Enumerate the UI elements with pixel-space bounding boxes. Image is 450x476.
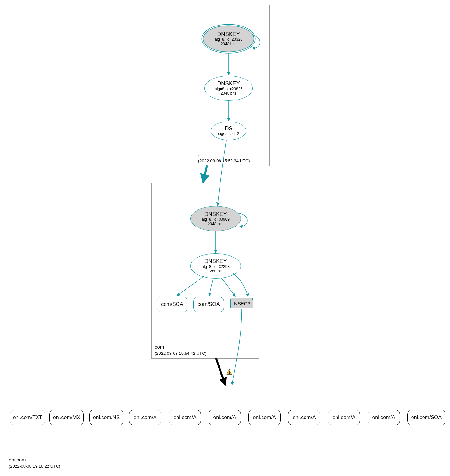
com-zsk-meta2: 1280 bits — [208, 269, 224, 274]
eni-record-label: eni.com/TXT — [13, 415, 42, 420]
root-zsk-node: DNSKEY alg=8, id=20826 2048 bits — [204, 76, 253, 101]
root-ksk-meta2: 2048 bits — [221, 42, 237, 47]
zone-eni-label: eni.com (2022-08-08 19:16:22 UTC) — [9, 457, 60, 469]
eni-record-label: eni.com/MX — [53, 415, 80, 420]
eni-record-label: eni.com/A — [332, 415, 355, 420]
root-ksk-meta1: alg=8, id=20326 — [215, 37, 242, 42]
warning-icon — [226, 369, 232, 375]
com-zsk-meta1: alg=8, id=32298 — [202, 265, 230, 269]
eni-record-label: eni.com/A — [372, 415, 395, 420]
com-soa-1-label: com/SOA — [161, 301, 183, 307]
eni-record-label: eni.com/A — [213, 415, 236, 420]
root-zsk-meta1: alg=8, id=20826 — [215, 87, 242, 91]
eni-record: eni.com/NS — [89, 410, 123, 425]
root-ds-node: DS digest alg=2 — [211, 122, 246, 140]
eni-record-label: eni.com/A — [293, 415, 316, 420]
eni-record: eni.com/TXT — [10, 410, 45, 425]
eni-record-label: eni.com/A — [173, 415, 196, 420]
com-soa-2-node: com/SOA — [193, 297, 224, 312]
eni-record: eni.com/A — [169, 410, 201, 425]
com-ksk-meta2: 2048 bits — [208, 222, 224, 227]
com-soa-2-label: com/SOA — [198, 301, 220, 307]
zone-root-label: . (2022-08-08 15:52:34 UTC) — [198, 151, 250, 164]
zone-eni-name: eni.com — [9, 457, 26, 462]
com-ksk-title: DNSKEY — [204, 211, 227, 217]
zone-eni-box: eni.com (2022-08-08 19:16:22 UTC) — [5, 386, 445, 471]
eni-record: eni.com/SOA — [407, 410, 445, 425]
zone-root-name: . — [198, 152, 199, 157]
zone-root-timestamp: (2022-08-08 15:52:34 UTC) — [198, 158, 250, 163]
svg-rect-2 — [229, 373, 230, 374]
root-zsk-title: DNSKEY — [217, 80, 240, 87]
svg-rect-1 — [229, 371, 230, 372]
zone-eni-timestamp: (2022-08-08 19:16:22 UTC) — [9, 464, 60, 469]
eni-record: eni.com/A — [328, 410, 360, 425]
eni-record-label: eni.com/A — [134, 415, 156, 420]
com-ksk-meta1: alg=8, id=30909 — [202, 217, 230, 222]
eni-record-label: eni.com/NS — [93, 415, 120, 420]
com-nsec3-label: NSEC3 — [231, 300, 253, 308]
root-zsk-meta2: 2048 bits — [221, 91, 237, 96]
zone-com-label: com (2022-08-08 15:54:42 UTC) — [155, 344, 207, 356]
root-ds-meta1: digest alg=2 — [218, 132, 239, 136]
com-ksk-node: DNSKEY alg=8, id=30909 2048 bits — [190, 206, 241, 231]
eni-record: eni.com/A — [129, 410, 161, 425]
eni-record-label: eni.com/A — [253, 415, 276, 420]
eni-record: eni.com/MX — [49, 410, 84, 425]
eni-record: eni.com/A — [209, 410, 241, 425]
root-ds-title: DS — [225, 125, 232, 132]
eni-record: eni.com/A — [248, 410, 281, 425]
com-zsk-node: DNSKEY alg=8, id=32298 1280 bits — [190, 253, 241, 279]
com-zsk-title: DNSKEY — [204, 258, 227, 265]
zone-com-name: com — [155, 344, 164, 350]
com-soa-1-node: com/SOA — [157, 297, 188, 312]
root-ksk-node: DNSKEY alg=8, id=20326 2048 bits — [203, 26, 254, 52]
eni-record: eni.com/A — [368, 410, 400, 425]
eni-record: eni.com/A — [288, 410, 320, 425]
zone-com-timestamp: (2022-08-08 15:54:42 UTC) — [155, 351, 207, 356]
edge-com-box-eni-box — [216, 358, 225, 385]
com-nsec3-node: NSEC3 — [230, 299, 253, 308]
root-ksk-title: DNSKEY — [217, 31, 240, 37]
eni-record-label: eni.com/SOA — [411, 415, 442, 420]
edge-root-box-com-box — [203, 165, 207, 183]
dnssec-graph: . (2022-08-08 15:52:34 UTC) DNSKEY alg=8… — [0, 0, 450, 476]
